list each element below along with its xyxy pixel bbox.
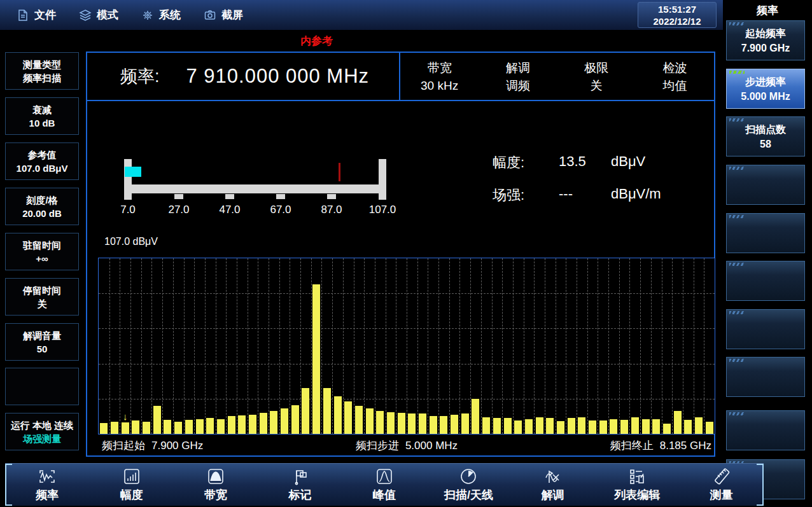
menu-label: 系统	[159, 8, 181, 22]
trace-bar	[270, 411, 277, 434]
trace-bar	[206, 418, 214, 434]
trace-bar	[631, 417, 639, 434]
meter-scale-label: 67.0	[270, 204, 291, 216]
meter-scale-label: 27.0	[168, 204, 189, 216]
parameter-name: 带宽	[428, 61, 452, 74]
grid-line-vertical	[162, 258, 163, 434]
grid-line-vertical	[502, 258, 503, 434]
toolbar-item[interactable]: 峰值	[342, 464, 426, 506]
grid-line-vertical	[300, 258, 301, 434]
gear-icon	[141, 9, 154, 22]
meter-tick	[276, 194, 285, 199]
softkey-button[interactable]: 步进频率5.000 MHz	[726, 69, 805, 109]
grid-line-vertical	[417, 258, 418, 434]
trace-bar	[174, 422, 182, 434]
toolbar-item[interactable]: 列表编辑	[595, 464, 679, 506]
menu-item-screenshot[interactable]: 截屏	[204, 8, 243, 22]
softkey-corner-stripes	[729, 263, 745, 266]
softkey-corner-stripes	[729, 22, 745, 25]
softkey-button[interactable]: 衰减10 dB	[5, 97, 79, 135]
parameter-summary: 带宽30 kHz解调调频极限关检波均值	[400, 53, 714, 100]
meter-level-bar	[125, 167, 141, 177]
grid-line-vertical	[332, 258, 333, 434]
run-status-box: 运行 本地 连续场强测量	[5, 413, 79, 450]
meter-left-cap	[124, 159, 132, 200]
meter-scale-label: 107.0	[369, 204, 396, 216]
softkey-line1: 运行 本地 连续	[11, 419, 73, 432]
grid-line-vertical	[459, 258, 460, 434]
freq-waveform-icon	[38, 468, 56, 485]
softkey-empty[interactable]	[726, 165, 805, 205]
softkey-button[interactable]: 驻留时间+∞	[5, 233, 79, 270]
clock-time: 15:51:27	[658, 3, 696, 15]
softkey-empty[interactable]	[726, 410, 805, 450]
menu-item-file[interactable]: 文件	[17, 8, 56, 22]
softkey-button[interactable]: 停留时间关	[5, 278, 79, 316]
softkey-empty[interactable]	[726, 213, 805, 253]
softkey-button[interactable]: 测量类型频率扫描	[5, 52, 79, 90]
softkey-line1: 驻留时间	[23, 239, 61, 252]
trace-bar	[376, 411, 384, 434]
level-meter: 7.027.047.067.087.0107.0	[124, 159, 386, 223]
grid-line-vertical	[587, 258, 588, 434]
softkey-button[interactable]: 参考值107.0 dBμV	[5, 142, 79, 180]
grid-line-vertical	[173, 258, 174, 434]
trace-bar	[366, 408, 374, 434]
toolbar-item[interactable]: 解调	[511, 464, 595, 506]
toolbar-item-label: 幅度	[120, 487, 143, 503]
right-panel-title: 频率	[723, 3, 812, 18]
softkey-corner-stripes	[729, 215, 745, 218]
grid-line-vertical	[226, 258, 227, 434]
grid-line-vertical	[130, 258, 131, 434]
grid-line-vertical	[279, 258, 280, 434]
softkey-empty[interactable]	[726, 261, 805, 301]
toolbar-item[interactable]: 测量	[680, 464, 764, 506]
parameter-value: 关	[591, 79, 603, 92]
parameter-value: 30 kHz	[421, 79, 458, 92]
trace-bar	[355, 406, 363, 434]
toolbar-item-label: 扫描/天线	[444, 487, 493, 503]
sweep-antenna-icon	[459, 468, 477, 485]
trace-bar	[493, 418, 501, 434]
toolbar-item[interactable]: 幅度	[89, 464, 173, 506]
softkey-button[interactable]: 刻度/格20.00 dB	[5, 188, 79, 225]
trace-bar	[525, 419, 533, 434]
toolbar-item[interactable]: 带宽	[174, 464, 258, 506]
softkey-line2: 关	[38, 297, 47, 310]
grid-line-vertical	[481, 258, 482, 434]
toolbar-item[interactable]: 标记	[258, 464, 342, 506]
menu-item-system[interactable]: 系统	[141, 8, 181, 22]
softkey-line1: 步进频率	[745, 74, 786, 89]
menu-item-mode[interactable]: 模式	[79, 8, 118, 22]
toolbar-item-label: 峰值	[373, 487, 396, 503]
softkey-empty[interactable]	[726, 309, 805, 349]
toolbar-item[interactable]: 扫描/天线	[426, 464, 510, 506]
grid-line-vertical	[396, 258, 396, 434]
trace-bar	[132, 420, 139, 434]
trace-bar	[461, 413, 469, 434]
grid-line-vertical	[566, 258, 566, 434]
grid-line-vertical	[449, 258, 450, 434]
amplitude-unit: dBμV	[611, 153, 645, 172]
softkey-button[interactable]: 起始频率7.900 GHz	[726, 20, 805, 60]
grid-line-vertical	[248, 258, 248, 434]
toolbar-item-label: 标记	[289, 487, 312, 503]
softkey-button[interactable]: 扫描点数58	[726, 116, 805, 156]
meter-limit-marker	[339, 163, 340, 181]
softkey-line2: 50	[37, 342, 48, 356]
amplitude-bars-icon	[123, 468, 141, 485]
grid-line-vertical	[386, 258, 386, 434]
softkey-button[interactable]: 解调音量50	[5, 323, 79, 361]
sweep-info-row: 频扫起始7.900 GHz 频扫步进5.000 MHz 频扫终止8.185 GH…	[98, 438, 715, 453]
grid-line-horizontal	[99, 293, 715, 294]
field-label: 场强:	[493, 186, 559, 205]
grid-line-horizontal	[99, 399, 715, 399]
softkey-corner-stripes	[729, 118, 745, 122]
demod-wave-icon	[544, 468, 562, 485]
toolbar-item-label: 解调	[542, 487, 564, 503]
softkey-empty[interactable]	[726, 357, 805, 397]
softkey-line2: 107.0 dBμV	[17, 162, 68, 175]
toolbar-item[interactable]: 频率	[5, 464, 89, 506]
measure-ruler-icon	[713, 468, 731, 485]
trace-bar	[578, 417, 585, 434]
